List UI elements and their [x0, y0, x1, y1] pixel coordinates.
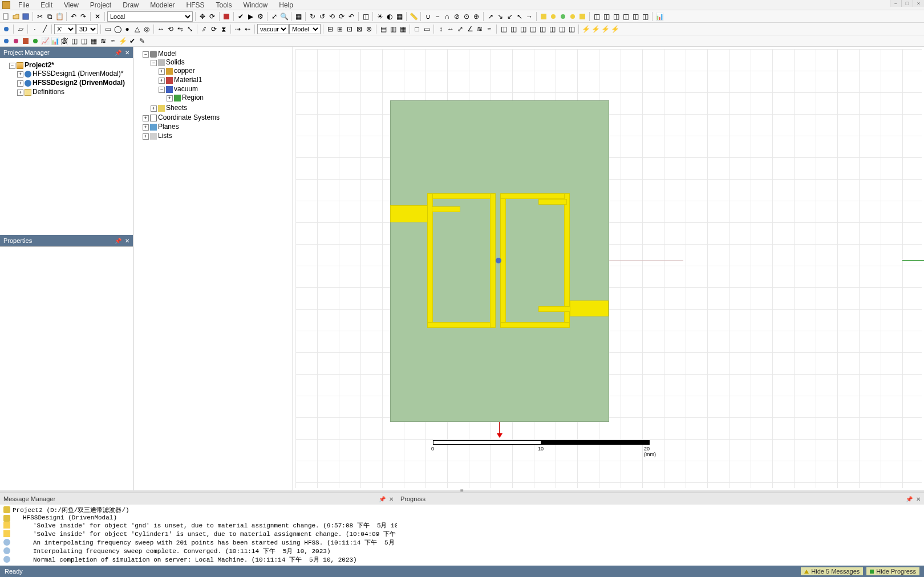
trace-port-right[interactable]: [570, 300, 609, 316]
ruler-button[interactable]: 📏: [409, 12, 418, 21]
hide-progress-button[interactable]: Hide Progress: [866, 567, 919, 575]
delete-button[interactable]: ✕: [93, 12, 102, 21]
unite-button[interactable]: ∪: [423, 12, 432, 21]
align2-button[interactable]: ⊞: [335, 25, 345, 34]
bc2-button[interactable]: [549, 12, 558, 21]
rotate-button[interactable]: ⟳: [208, 12, 217, 21]
rotate-y-button[interactable]: ↺: [318, 12, 327, 21]
zoom-window-button[interactable]: 🔍: [279, 12, 289, 21]
arrow2-icon[interactable]: ↘: [496, 12, 505, 21]
viewport-3d[interactable]: 0 10 20 (mm) Y 00:00: [293, 47, 924, 490]
menu-modeler[interactable]: Modeler: [144, 0, 180, 10]
rotate-free-button[interactable]: ⟳: [337, 12, 346, 21]
var3-button[interactable]: ⚡: [601, 25, 610, 34]
close-panel-icon[interactable]: ✕: [916, 496, 921, 502]
dup-mirror-button[interactable]: ⧗: [219, 25, 228, 34]
material-combo[interactable]: vacuum: [257, 24, 289, 34]
sim10-button[interactable]: ▦: [89, 36, 98, 46]
prim3-button[interactable]: ◫: [518, 25, 528, 34]
report-button[interactable]: 📊: [655, 12, 664, 21]
bc4-button[interactable]: [568, 12, 577, 21]
var2-button[interactable]: ⚡: [591, 25, 600, 34]
meas4-button[interactable]: ∠: [465, 25, 475, 34]
close-panel-icon[interactable]: ✕: [389, 496, 394, 502]
move-button[interactable]: ↔: [156, 25, 165, 34]
open-button[interactable]: [11, 12, 21, 21]
analyze-button[interactable]: ▶: [246, 12, 255, 21]
arrow3-icon[interactable]: ↙: [505, 12, 514, 21]
menu-tools[interactable]: Tools: [210, 0, 238, 10]
trace-segment[interactable]: [500, 193, 570, 199]
mesh2-button[interactable]: ◫: [602, 12, 611, 21]
prim6-button[interactable]: ◫: [548, 25, 557, 34]
sweep2-button[interactable]: ⇠: [243, 25, 252, 34]
new-button[interactable]: [2, 12, 11, 21]
stop-button[interactable]: [222, 12, 231, 21]
align5-button[interactable]: ⊗: [364, 25, 374, 34]
sim11-button[interactable]: ≋: [99, 36, 108, 46]
snap2-button[interactable]: ▥: [388, 25, 398, 34]
mirror-button[interactable]: ⇋: [176, 25, 185, 34]
pin-icon[interactable]: 📌: [906, 496, 913, 502]
grid-button[interactable]: ▦: [395, 12, 404, 21]
sim13-button[interactable]: ⚡: [118, 36, 127, 46]
light-button[interactable]: ☀: [375, 12, 384, 21]
arrow5-icon[interactable]: →: [525, 12, 534, 21]
var4-button[interactable]: ⚡: [610, 25, 619, 34]
sim5-button[interactable]: 📈: [40, 36, 50, 46]
mesh3-button[interactable]: ◫: [611, 12, 621, 21]
shade-button[interactable]: ◐: [385, 12, 394, 21]
save-button[interactable]: [21, 12, 30, 21]
var1-button[interactable]: ⚡: [581, 25, 590, 34]
zoom-fit-button[interactable]: ⤢: [270, 12, 279, 21]
minimize-button[interactable]: −: [890, 0, 901, 7]
sweep1-button[interactable]: ⇢: [233, 25, 242, 34]
paste-button[interactable]: 📋: [55, 12, 64, 21]
cone-button[interactable]: △: [132, 25, 141, 34]
validate-button[interactable]: ✔: [236, 12, 245, 21]
horizontal-splitter[interactable]: [0, 490, 924, 493]
point-button[interactable]: ·: [30, 25, 39, 34]
snap-combo[interactable]: X': [54, 24, 76, 34]
menu-view[interactable]: View: [58, 0, 84, 10]
bc1-button[interactable]: [539, 12, 548, 21]
select-face-button[interactable]: ▱: [16, 25, 25, 34]
rotate-obj-button[interactable]: ⟲: [166, 25, 175, 34]
pin-icon[interactable]: 📌: [379, 496, 386, 502]
snap3-button[interactable]: ▦: [398, 25, 407, 34]
rotate-ccw-button[interactable]: ↶: [347, 12, 356, 21]
menu-draw[interactable]: Draw: [117, 0, 144, 10]
menu-hfss[interactable]: HFSS: [181, 0, 210, 10]
imprint-button[interactable]: ⊙: [462, 12, 471, 21]
wrap-button[interactable]: ⊕: [472, 12, 481, 21]
close-button[interactable]: ×: [913, 0, 924, 7]
trace-segment[interactable]: [427, 322, 496, 328]
prim4-button[interactable]: ◫: [528, 25, 537, 34]
meas1-button[interactable]: ↕: [436, 25, 445, 34]
sim7-button[interactable]: 🕸: [60, 36, 69, 46]
mesh1-button[interactable]: ◫: [592, 12, 601, 21]
sim15-button[interactable]: ✎: [137, 36, 147, 46]
trace-stub[interactable]: [538, 199, 567, 205]
trace-segment[interactable]: [500, 322, 570, 328]
maximize-button[interactable]: □: [901, 0, 913, 7]
trace-segment[interactable]: [427, 193, 496, 199]
menu-project[interactable]: Project: [84, 0, 117, 10]
sphere-button[interactable]: ●: [123, 25, 132, 34]
hide-messages-button[interactable]: Hide 5 Messages: [801, 567, 863, 575]
prim7-button[interactable]: ◫: [557, 25, 566, 34]
pan-button[interactable]: ✥: [198, 12, 207, 21]
mesh5-button[interactable]: ◫: [631, 12, 640, 21]
dup-line-button[interactable]: ⫽: [200, 25, 209, 34]
meas2-button[interactable]: ↔: [446, 25, 455, 34]
prim8-button[interactable]: ◫: [567, 25, 576, 34]
align4-button[interactable]: ⊠: [355, 25, 364, 34]
arrow4-icon[interactable]: ↖: [515, 12, 524, 21]
snap1-button[interactable]: ▤: [379, 25, 388, 34]
render-wire-button[interactable]: ▦: [294, 12, 303, 21]
coord-sys-combo[interactable]: Local: [107, 11, 193, 22]
sim8-button[interactable]: ◫: [70, 36, 79, 46]
prim1-button[interactable]: ◫: [499, 25, 508, 34]
sim6-button[interactable]: 📊: [50, 36, 59, 46]
rotate-z-button[interactable]: ⟲: [327, 12, 337, 21]
